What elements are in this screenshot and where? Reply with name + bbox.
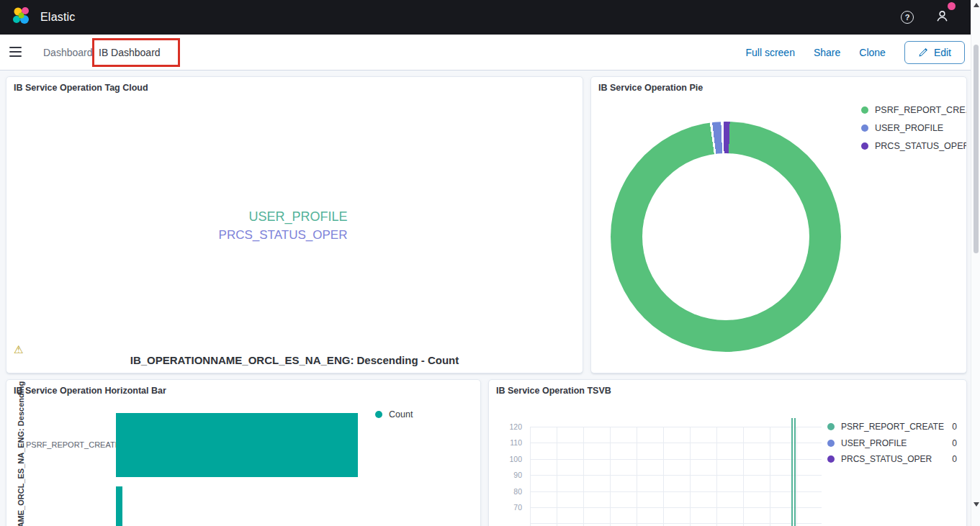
elastic-logo-icon [12,6,32,29]
hbar-category-label: PSRF_REPORT_CREATE [26,440,109,449]
scroll-down-arrow-icon[interactable] [974,502,979,507]
tag-word-prcs-status-oper[interactable]: PRCS_STATUS_OPER [6,228,571,242]
breadcrumb-dashboard[interactable]: Dashboard [43,35,93,71]
legend-label: PSRF_REPORT_CRE... [875,105,967,115]
legend-item[interactable]: PSRF_REPORT_CREATE 0 [827,422,957,432]
panel-title: IB Service Operation Pie [598,83,703,93]
legend-item[interactable]: PRCS_STATUS_OPER 0 [827,454,957,464]
legend-label: USER_PROFILE [841,438,907,448]
toolbar-actions: Full screen Share Clone Edit [745,35,965,71]
top-header-bar: Elastic ? [0,0,971,35]
legend-dot-teal-icon [375,411,382,418]
y-tick: 80 [498,486,522,496]
hbar-legend: Count [375,409,413,420]
tsvb-y-axis-ticks: 120 110 100 90 80 70 [498,422,522,512]
scroll-up-arrow-icon[interactable] [974,3,979,7]
legend-label: PSRF_REPORT_CREATE [841,422,944,432]
y-tick: 110 [498,437,522,448]
notification-badge [948,2,956,10]
full-screen-link[interactable]: Full screen [745,47,794,58]
edit-button[interactable]: Edit [904,41,965,64]
user-menu-button[interactable] [935,9,949,26]
tsvb-series-spike [791,418,796,526]
legend-item[interactable]: PRCS_STATUS_OPER [861,141,967,151]
elastic-home-link[interactable]: Elastic [12,6,76,29]
dashboard-canvas: IB Service Operation Tag Cloud USER_PROF… [0,71,971,526]
panel-title: IB Service Operation TSVB [496,386,611,396]
legend-dot-purple-icon [827,455,835,463]
dashboard-toolbar: Dashboard IB Dashboard Full screen Share… [0,35,971,71]
y-tick: 100 [498,454,522,464]
menu-hamburger-icon[interactable] [9,46,23,58]
panel-tag-cloud: IB Service Operation Tag Cloud USER_PROF… [6,76,583,373]
panel-pie: IB Service Operation Pie PSRF_REPORT_CRE… [590,76,967,373]
legend-dot-green-icon [861,106,868,114]
tsvb-legend: PSRF_REPORT_CREATE 0 USER_PROFILE 0 PRCS… [827,422,957,464]
header-actions: ? [901,9,959,26]
help-icon[interactable]: ? [901,11,914,24]
user-icon [935,13,949,25]
scrollbar [971,0,980,526]
tag-word-user-profile[interactable]: USER_PROFILE [248,209,347,225]
panel-title: IB Service Operation Horizontal Bar [14,386,166,396]
legend-label: PRCS_STATUS_OPER [875,141,967,151]
legend-dot-blue-icon [827,440,835,447]
share-link[interactable]: Share [814,47,840,58]
legend-label: Count [389,409,413,420]
y-tick: 90 [498,470,522,480]
brand-title: Elastic [40,11,76,24]
legend-value: 0 [952,454,957,464]
pie-legend: PSRF_REPORT_CRE... USER_PROFILE PRCS_STA… [861,105,967,151]
edit-button-label: Edit [934,47,951,58]
legend-item[interactable]: USER_PROFILE 0 [827,438,957,448]
hbar-bar-psrf-report-create[interactable] [116,413,358,477]
panel-title: IB Service Operation Tag Cloud [14,83,148,93]
breadcrumb-ib-dashboard: IB Dashboard [99,35,161,71]
legend-label: PRCS_STATUS_OPER [841,454,932,464]
legend-item[interactable]: USER_PROFILE [861,123,967,133]
tag-cloud: USER_PROFILE PRCS_STATUS_OPER [6,209,583,242]
pencil-icon [918,47,928,58]
y-tick: 120 [498,422,522,432]
legend-value: 0 [952,438,957,448]
donut-chart[interactable] [611,122,841,352]
y-tick: 70 [498,502,522,512]
hbar-bar-partial[interactable] [116,486,122,526]
legend-dot-green-icon [827,423,835,430]
legend-dot-purple-icon [861,142,868,150]
panel-tsvb: IB Service Operation TSVB 120 110 100 90… [488,379,967,526]
scrollbar-thumb[interactable] [974,45,979,253]
panel-horizontal-bar: IB Service Operation Horizontal Bar IB_O… [6,379,481,526]
legend-item[interactable]: Count [375,409,413,420]
kibana-app: Elastic ? Dashboard IB Dashboard Full s [0,0,980,526]
legend-dot-blue-icon [861,124,868,132]
clone-link[interactable]: Clone [859,47,886,58]
hbar-y-axis-label: IB_OPERATIONNAME_ORCL_ES_NA_ENG: Descend… [17,381,25,526]
tag-cloud-caption: IB_OPERATIONNAME_ORCL_ES_NA_ENG: Descend… [6,354,583,366]
tsvb-plot-area [530,427,822,526]
legend-item[interactable]: PSRF_REPORT_CRE... [861,105,967,115]
legend-label: USER_PROFILE [875,123,943,133]
legend-value: 0 [952,422,957,432]
